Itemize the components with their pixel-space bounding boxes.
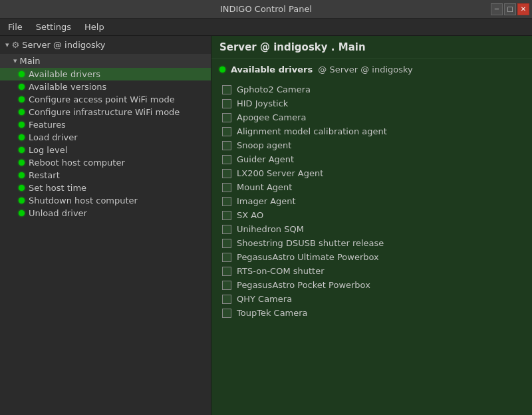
section-label: Main: [20, 56, 41, 66]
driver-checkbox[interactable]: [222, 225, 231, 234]
driver-label: Mount Agent: [237, 182, 292, 192]
driver-item[interactable]: ToupTek Camera: [219, 306, 524, 320]
right-panel: Server @ indigosky . Main Available driv…: [211, 36, 532, 415]
driver-checkbox[interactable]: [222, 239, 231, 248]
tree-item[interactable]: Features: [0, 118, 211, 131]
tree-item[interactable]: Load driver: [0, 131, 211, 144]
window-title: INDIGO Control Panel: [220, 4, 312, 14]
driver-item[interactable]: Apogee Camera: [219, 110, 524, 124]
driver-label: Alignment model calibration agent: [237, 126, 387, 136]
status-dot: [19, 134, 25, 140]
tree-item[interactable]: Available versions: [0, 80, 211, 93]
driver-item[interactable]: Alignment model calibration agent: [219, 124, 524, 138]
tree-item-label: Reboot host computer: [29, 158, 125, 168]
driver-item[interactable]: QHY Camera: [219, 292, 524, 306]
driver-label: Gphoto2 Camera: [237, 84, 311, 94]
driver-item[interactable]: Snoop agent: [219, 138, 524, 152]
tree-item[interactable]: Set host time: [0, 182, 211, 194]
drivers-header: Available drivers @ Server @ indigosky: [219, 65, 524, 74]
driver-checkbox[interactable]: [222, 169, 231, 178]
tree-items: Available driversAvailable versionsConfi…: [0, 68, 211, 219]
driver-item[interactable]: PegasusAstro Ultimate Powerbox: [219, 250, 524, 264]
status-dot: [19, 198, 25, 204]
right-header: Server @ indigosky . Main: [211, 36, 532, 59]
driver-checkbox[interactable]: [222, 99, 231, 108]
tree-item-label: Available drivers: [29, 69, 100, 79]
driver-label: Imager Agent: [237, 196, 296, 206]
window-controls: − □ ✕: [491, 3, 529, 15]
driver-item[interactable]: HID Joystick: [219, 96, 524, 110]
tree-item[interactable]: Shutdown host computer: [0, 194, 211, 207]
driver-checkbox[interactable]: [222, 253, 231, 262]
driver-item[interactable]: Gphoto2 Camera: [219, 82, 524, 96]
driver-item[interactable]: Unihedron SQM: [219, 222, 524, 236]
expand-arrow-icon: ▾: [5, 41, 9, 49]
drivers-list: Gphoto2 CameraHID JoystickApogee CameraA…: [219, 82, 524, 320]
tree-item-label: Configure access point WiFi mode: [29, 94, 175, 104]
driver-item[interactable]: Mount Agent: [219, 180, 524, 194]
driver-label: LX200 Server Agent: [237, 168, 323, 178]
driver-checkbox[interactable]: [222, 267, 231, 276]
drivers-label: Available drivers: [231, 65, 313, 74]
tree-item-label: Restart: [29, 170, 60, 180]
tree-item[interactable]: Reboot host computer: [0, 156, 211, 169]
driver-item[interactable]: Guider Agent: [219, 152, 524, 166]
tree-item[interactable]: Configure access point WiFi mode: [0, 93, 211, 106]
driver-checkbox[interactable]: [222, 197, 231, 206]
status-dot: [19, 109, 25, 115]
menu-file[interactable]: File: [3, 21, 28, 33]
driver-checkbox[interactable]: [222, 295, 231, 304]
maximize-button[interactable]: □: [504, 3, 516, 15]
tree-item[interactable]: Unload driver: [0, 207, 211, 219]
tree-item-label: Available versions: [29, 82, 106, 92]
driver-item[interactable]: RTS-on-COM shutter: [219, 264, 524, 278]
tree-item-label: Set host time: [29, 183, 86, 193]
driver-label: Guider Agent: [237, 154, 294, 164]
close-button[interactable]: ✕: [517, 3, 529, 15]
gear-icon: ⚙: [12, 40, 20, 50]
driver-checkbox[interactable]: [222, 141, 231, 150]
menu-help[interactable]: Help: [79, 21, 110, 33]
tree-item[interactable]: Available drivers: [0, 68, 211, 80]
driver-label: SX AO: [237, 210, 263, 220]
driver-item[interactable]: Shoestring DSUSB shutter release: [219, 236, 524, 250]
driver-label: QHY Camera: [237, 294, 292, 304]
tree-item[interactable]: Log level: [0, 144, 211, 156]
tree-item[interactable]: Configure infrastructure WiFi mode: [0, 106, 211, 118]
section-arrow-icon: ▾: [13, 57, 17, 65]
driver-checkbox[interactable]: [222, 211, 231, 220]
tree-item[interactable]: Restart: [0, 169, 211, 182]
section-main[interactable]: ▾ Main: [0, 54, 211, 68]
status-dot: [19, 96, 25, 102]
driver-label: PegasusAstro Ultimate Powerbox: [237, 252, 379, 262]
server-label: Server @ indigosky: [22, 40, 105, 50]
left-panel: ▾ ⚙ Server @ indigosky ▾ Main Available …: [0, 36, 211, 415]
minimize-button[interactable]: −: [491, 3, 503, 15]
driver-checkbox[interactable]: [222, 127, 231, 136]
status-dot: [19, 84, 25, 90]
status-dot: [19, 122, 25, 128]
tree-item-label: Configure infrastructure WiFi mode: [29, 107, 180, 117]
driver-checkbox[interactable]: [222, 85, 231, 94]
driver-label: HID Joystick: [237, 98, 288, 108]
driver-label: ToupTek Camera: [237, 308, 308, 318]
driver-item[interactable]: PegasusAstro Pocket Powerbox: [219, 278, 524, 292]
driver-label: Apogee Camera: [237, 112, 307, 122]
driver-checkbox[interactable]: [222, 183, 231, 192]
main-layout: ▾ ⚙ Server @ indigosky ▾ Main Available …: [0, 36, 532, 415]
status-dot: [19, 210, 25, 216]
driver-checkbox[interactable]: [222, 281, 231, 290]
driver-item[interactable]: LX200 Server Agent: [219, 166, 524, 180]
server-header[interactable]: ▾ ⚙ Server @ indigosky: [0, 36, 211, 54]
menu-settings[interactable]: Settings: [31, 21, 76, 33]
driver-label: Unihedron SQM: [237, 224, 304, 234]
driver-checkbox[interactable]: [222, 113, 231, 122]
driver-label: Snoop agent: [237, 140, 291, 150]
driver-label: PegasusAstro Pocket Powerbox: [237, 280, 370, 290]
driver-item[interactable]: SX AO: [219, 208, 524, 222]
driver-checkbox[interactable]: [222, 309, 231, 318]
tree-item-label: Load driver: [29, 132, 78, 142]
driver-checkbox[interactable]: [222, 155, 231, 164]
driver-item[interactable]: Imager Agent: [219, 194, 524, 208]
tree-item-label: Features: [29, 120, 66, 130]
